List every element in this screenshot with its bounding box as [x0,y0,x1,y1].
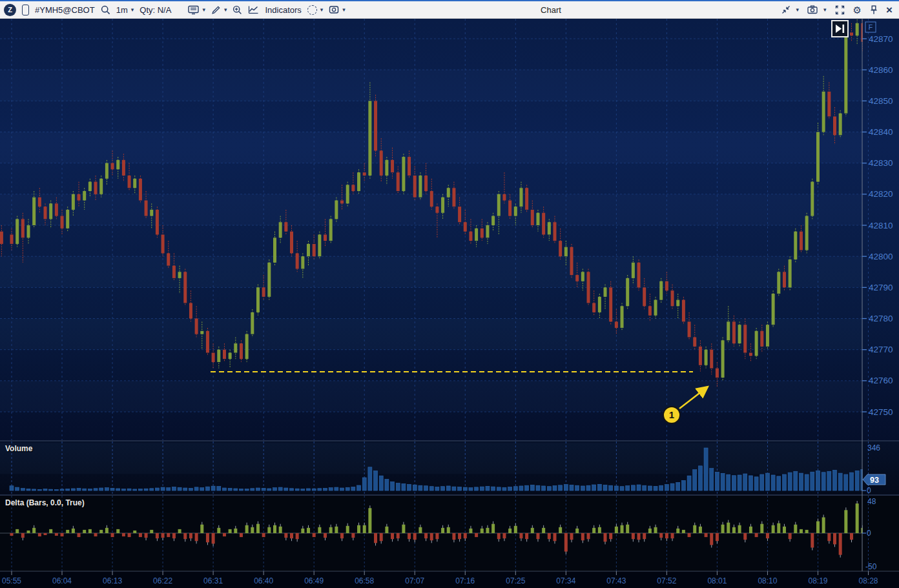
draw-caret-icon[interactable]: ▾ [224,6,227,13]
app-logo-icon[interactable]: Z [4,4,16,16]
candle-body [262,287,265,296]
volume-bar [379,476,383,491]
delta-bar [212,533,215,543]
delta-bar [766,533,769,538]
candle-body [172,266,176,278]
volume-bar [385,479,389,491]
delta-bar [615,527,618,533]
candle-body [716,369,719,378]
layout-stack-icon[interactable] [329,5,339,14]
candle-body [575,275,579,281]
volume-bar [626,486,630,491]
candle-body [626,278,629,306]
camera-caret-icon[interactable]: ▾ [823,6,827,13]
camera-icon[interactable] [807,5,818,14]
chart-canvas[interactable]: 1428704286042850428404283042820428104280… [0,19,899,588]
quote-board-icon[interactable] [188,5,199,15]
volume-bar [307,489,311,491]
candle-body [223,350,226,359]
candle-body [408,157,411,176]
candle-body [122,160,125,176]
dashed-circle-tool-icon[interactable] [307,5,317,15]
volume-bar [502,487,506,491]
delta-bar [497,533,501,539]
candle-body [519,188,522,207]
timeframe-select[interactable]: 1m [116,5,128,15]
search-icon[interactable] [101,5,110,15]
circle-tool-caret-icon[interactable]: ▾ [320,6,324,13]
delta-axis-zero: 0 [867,529,871,538]
candle-body [772,294,775,325]
delta-bar [273,525,276,533]
candle-body [200,331,203,334]
volume-bar [603,485,607,491]
delta-bar [324,533,327,538]
candle-body [777,272,780,294]
expand-fullscreen-icon[interactable] [835,5,845,15]
symbol-label[interactable]: #YMH5@CBOT [35,5,95,15]
delta-bar [531,528,534,533]
volume-bar [16,487,19,491]
fit-scale-badge[interactable]: F [865,22,876,32]
volume-bar [838,473,842,491]
candle-body [61,216,64,228]
volume-bar [597,484,601,491]
delta-bar [609,533,612,539]
candle-body [531,210,534,225]
candle-body [789,259,792,287]
candle-body [16,219,19,244]
indicator-chart-icon[interactable] [248,5,259,14]
volume-bar [827,471,831,491]
close-icon[interactable]: × [886,5,893,15]
time-axis-label: 06:04 [52,576,72,585]
price-axis-label: 42850 [869,96,893,106]
delta-bar [128,533,131,537]
volume-bar [620,487,624,491]
candle-body [760,331,763,347]
candle-body [99,179,103,194]
delta-bar [755,533,758,537]
candle-body [251,312,254,334]
price-axis-label: 42790 [869,283,893,292]
pin-icon[interactable] [870,5,878,15]
instrument-panel-icon[interactable] [22,5,29,15]
zoom-in-icon[interactable] [232,5,242,15]
volume-bar [536,485,540,491]
delta-bar [447,527,450,533]
delta-bar [458,533,461,539]
timeframe-caret-icon[interactable]: ▾ [131,6,134,13]
candle-body [357,172,360,191]
volume-bar [822,472,825,491]
volume-bar [10,486,14,491]
quote-board-caret-icon[interactable]: ▾ [202,6,205,13]
delta-bar [564,533,568,552]
candle-body [346,185,349,203]
chart-area[interactable]: 1428704286042850428404283042820428104280… [0,19,899,588]
delta-bar [245,525,249,533]
price-axis-label: 42870 [869,34,893,44]
volume-bar [727,474,730,491]
delta-bar [464,533,467,538]
time-axis-label: 07:52 [657,576,676,585]
volume-bar [743,474,747,491]
delta-bar [267,527,271,533]
delta-bar [699,527,702,533]
delta-bar [21,533,25,538]
collapse-window-icon[interactable] [781,5,790,14]
collapse-caret-icon[interactable]: ▾ [796,6,800,13]
candle-body [397,172,400,191]
volume-bar [49,489,53,491]
delta-bar [705,533,708,537]
candle-body [424,176,428,191]
settings-gear-icon[interactable]: ⚙ [853,5,862,15]
draw-pencil-icon[interactable] [211,5,221,15]
volume-bar [116,489,120,491]
volume-bar [396,483,400,491]
delta-bar [374,533,377,543]
indicators-button[interactable]: Indicators [265,5,301,15]
candle-body [307,244,310,256]
layout-caret-icon[interactable]: ▾ [342,6,346,13]
volume-bar [754,477,758,491]
volume-bar [771,475,775,491]
go-to-latest-button[interactable] [832,21,848,37]
